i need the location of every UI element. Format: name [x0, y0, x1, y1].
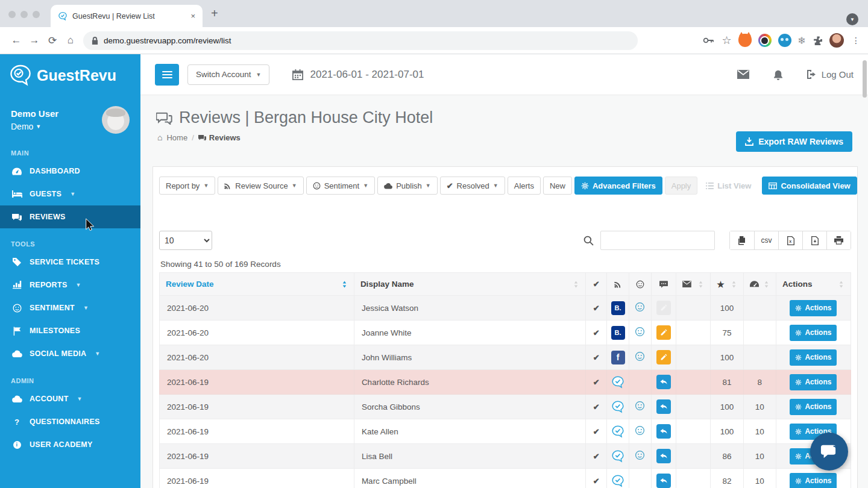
- extension-camera-icon[interactable]: [758, 34, 772, 47]
- actions-column-header[interactable]: Actions: [776, 273, 851, 296]
- messages-envelope-icon[interactable]: [737, 70, 749, 79]
- sidebar-item-reviews[interactable]: REVIEWS: [0, 205, 140, 228]
- user-avatar[interactable]: [102, 106, 130, 134]
- source-column-header[interactable]: [607, 273, 629, 296]
- reload-icon[interactable]: ⟳: [43, 34, 61, 47]
- sidebar-item-reports[interactable]: REPORTS ▼: [0, 274, 140, 296]
- sidebar-item-label: DASHBOARD: [30, 167, 80, 175]
- table-row[interactable]: 2021-06-20 Jessica Watson ✔ B. 100 Actio…: [160, 296, 851, 321]
- reply-icon[interactable]: [656, 375, 671, 389]
- address-bar[interactable]: demo.guestrevuapp.com/review/list: [83, 31, 638, 50]
- password-key-icon[interactable]: [703, 36, 715, 45]
- table-row[interactable]: 2021-06-19 Lisa Bell ✔ 86 10 Actions: [160, 444, 851, 469]
- table-row[interactable]: 2021-06-20 John Williams ✔ f 100 Actions: [160, 345, 851, 370]
- switch-account-button[interactable]: Switch Account▼: [187, 64, 269, 85]
- actions-button[interactable]: Actions: [790, 300, 837, 316]
- extensions-puzzle-icon[interactable]: [813, 36, 823, 46]
- publish-filter[interactable]: Publish▼: [377, 177, 438, 195]
- reply-icon[interactable]: [656, 399, 671, 414]
- search-area: csv x: [583, 231, 851, 250]
- actions-button[interactable]: Actions: [790, 374, 837, 390]
- window-controls[interactable]: [8, 11, 40, 18]
- sidebar-item-dashboard[interactable]: DASHBOARD: [0, 160, 140, 183]
- extension-fox-icon[interactable]: [738, 34, 752, 47]
- resolved-filter[interactable]: ✔ Resolved▼: [440, 177, 505, 195]
- table-row[interactable]: 2021-06-19 Sorcha Gibbons ✔ 100 10 Actio…: [160, 395, 851, 419]
- sentiment-column-header[interactable]: [629, 273, 651, 296]
- extension-snowflake-icon[interactable]: ❄: [798, 35, 806, 46]
- sidebar-item-guests[interactable]: GUESTS ▼: [0, 183, 140, 205]
- new-filter[interactable]: New: [543, 177, 572, 195]
- forward-icon[interactable]: →: [25, 34, 43, 46]
- table-row[interactable]: 2021-06-19 Kate Allen ✔ 100 10 Actions: [160, 419, 851, 444]
- reply-icon[interactable]: [656, 474, 671, 488]
- tab-close-icon[interactable]: ×: [190, 11, 195, 20]
- sidebar-item-service-tickets[interactable]: SERVICE TICKETS: [0, 251, 140, 274]
- date-range-picker[interactable]: 2021-06-01 - 2021-07-01: [292, 69, 424, 81]
- excel-button[interactable]: x: [778, 231, 802, 249]
- new-tab-button[interactable]: +: [211, 7, 218, 20]
- table-row[interactable]: 2021-06-20 Joanne White ✔ B. 75 Actions: [160, 321, 851, 345]
- rating-column-header[interactable]: [743, 273, 776, 296]
- review-source-filter[interactable]: Review Source▼: [218, 177, 303, 195]
- hamburger-menu-button[interactable]: [155, 64, 179, 86]
- copy-button[interactable]: [730, 231, 754, 249]
- alerts-filter[interactable]: Alerts: [508, 177, 541, 195]
- sidebar-item-user-academy[interactable]: i USER ACADEMY: [0, 433, 140, 456]
- email-column-header[interactable]: [676, 273, 710, 296]
- sidebar-item-sentiment[interactable]: SENTIMENT ▼: [0, 296, 140, 319]
- actions-button[interactable]: Actions: [790, 399, 837, 415]
- draft-response-icon[interactable]: [656, 325, 671, 340]
- sidebar-item-milestones[interactable]: MILESTONES: [0, 319, 140, 342]
- display-name-header[interactable]: Display Name: [354, 273, 585, 296]
- reply-icon[interactable]: [656, 424, 671, 439]
- pdf-button[interactable]: [802, 231, 826, 249]
- browser-tab[interactable]: GuestRevu | Review List ×: [51, 5, 203, 27]
- bookmark-star-icon[interactable]: ☆: [722, 34, 731, 47]
- print-button[interactable]: [826, 231, 851, 249]
- guestrevu-logo[interactable]: GuestRevu: [0, 54, 140, 90]
- table-row-alert[interactable]: 2021-06-19 Charlotte Richards ✔ 81 8 Act…: [160, 370, 851, 395]
- home-icon[interactable]: ⌂: [61, 34, 80, 46]
- source-cell: B.: [607, 321, 629, 345]
- sidebar-item-questionnaires[interactable]: ? QUESTIONNAIRES: [0, 410, 140, 433]
- breadcrumb-home-link[interactable]: Home: [166, 133, 187, 142]
- score-column-header[interactable]: ★: [711, 273, 743, 296]
- actions-button[interactable]: Actions: [790, 325, 837, 341]
- csv-button[interactable]: csv: [754, 231, 778, 249]
- actions-button[interactable]: Actions: [790, 349, 837, 366]
- scrollbar-thumb[interactable]: [863, 60, 867, 98]
- list-view-button[interactable]: List View: [700, 177, 757, 195]
- sentiment-filter[interactable]: Sentiment▼: [306, 177, 375, 195]
- draft-response-icon[interactable]: [656, 301, 671, 315]
- sidebar-item-account[interactable]: ACCOUNT ▼: [0, 387, 140, 410]
- apply-button[interactable]: Apply: [665, 177, 698, 195]
- draft-response-icon[interactable]: [656, 350, 671, 364]
- tab-search-icon[interactable]: ▼: [846, 13, 858, 25]
- back-icon[interactable]: ←: [7, 34, 25, 46]
- window-minimize-button[interactable]: [20, 11, 28, 18]
- resolved-column-header[interactable]: ✔: [586, 273, 607, 296]
- review-date-header[interactable]: Review Date: [160, 273, 354, 296]
- account-switcher[interactable]: Demo ▼: [11, 122, 102, 131]
- reply-icon[interactable]: [656, 449, 671, 463]
- advanced-filters-button[interactable]: Advanced Filters: [574, 177, 662, 195]
- export-raw-reviews-button[interactable]: Export RAW Reviews: [736, 131, 852, 152]
- actions-button[interactable]: Actions: [790, 473, 837, 488]
- logout-button[interactable]: Log Out: [807, 69, 854, 80]
- extension-owl-icon[interactable]: [778, 34, 791, 47]
- notifications-bell-icon[interactable]: [773, 69, 783, 80]
- window-maximize-button[interactable]: [33, 11, 40, 18]
- report-by-filter[interactable]: Report by▼: [159, 177, 215, 195]
- profile-avatar[interactable]: [829, 33, 844, 48]
- search-input[interactable]: [600, 231, 715, 250]
- browser-menu-icon[interactable]: ⋮: [852, 36, 861, 45]
- response-column-header[interactable]: [651, 273, 676, 296]
- page-size-select[interactable]: 10: [159, 231, 212, 250]
- table-row[interactable]: 2021-06-19 Marc Campbell ✔ 82 10 Actions: [160, 469, 851, 488]
- chat-widget-button[interactable]: [810, 433, 848, 471]
- lock-icon: [92, 37, 98, 45]
- consolidated-view-button[interactable]: Consolidated View: [762, 177, 857, 195]
- sidebar-item-social-media[interactable]: SOCIAL MEDIA ▼: [0, 342, 140, 365]
- window-close-button[interactable]: [8, 11, 16, 18]
